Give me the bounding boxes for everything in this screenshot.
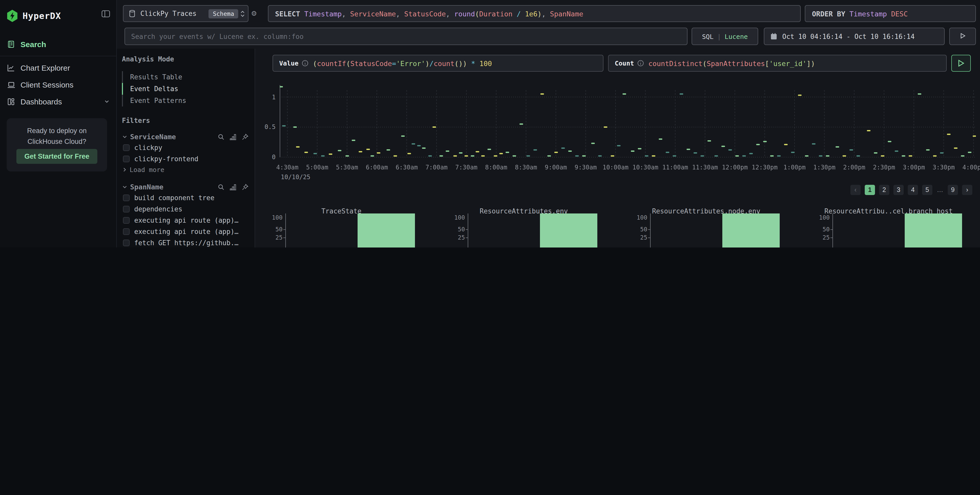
page-button-3[interactable]: 3 bbox=[893, 185, 904, 195]
page-button-1[interactable]: 1 bbox=[865, 185, 875, 195]
x-tick-label: 1:30pm bbox=[808, 164, 841, 171]
filter-group-header[interactable]: ServiceName bbox=[122, 132, 248, 142]
value-expression-input[interactable]: Value (countIf(StatusCode='Error')/count… bbox=[272, 55, 603, 72]
mode-event-patterns[interactable]: Event Patterns bbox=[122, 95, 248, 106]
y-tick-label: 0.5 bbox=[255, 124, 275, 131]
bar[interactable] bbox=[722, 213, 780, 248]
histogram-icon[interactable] bbox=[229, 133, 237, 140]
x-tick-label: 3:00pm bbox=[897, 164, 930, 171]
y-tick-label: 1 bbox=[255, 94, 275, 101]
sidebar-item-chart-explorer[interactable]: Chart Explorer bbox=[0, 59, 117, 76]
filter-group-header[interactable]: SpanName bbox=[122, 182, 248, 192]
checkbox[interactable] bbox=[123, 239, 130, 246]
sidebar-item-label: Client Sessions bbox=[21, 80, 73, 89]
analysis-mode-list: Results TableEvent DeltasEvent Patterns bbox=[122, 71, 248, 106]
bar[interactable] bbox=[357, 213, 415, 248]
filter-group-servicename: ServiceNameclickpyclickpy-frontendLoad m… bbox=[122, 132, 248, 175]
language-toggle[interactable]: SQL | Lucene bbox=[692, 28, 758, 45]
filter-group-name: ServiceName bbox=[130, 133, 176, 141]
filter-option[interactable]: executing api route (app)… bbox=[123, 226, 248, 237]
filter-option[interactable]: fetch GET https://github.… bbox=[123, 237, 248, 248]
page-button-4[interactable]: 4 bbox=[908, 185, 918, 195]
count-expression-input[interactable]: Count countDistinct(SpanAttributes['user… bbox=[608, 55, 947, 72]
event-deltas-chart bbox=[280, 82, 976, 158]
app-title: HyperDX bbox=[22, 11, 61, 21]
sidebar-item-dashboards[interactable]: Dashboards bbox=[0, 93, 117, 110]
chevron-down-icon bbox=[122, 134, 130, 140]
histogram-icon[interactable] bbox=[229, 184, 237, 190]
page-button-9[interactable]: 9 bbox=[948, 185, 958, 195]
y-tick-label: 50 bbox=[809, 226, 830, 232]
checkbox[interactable] bbox=[123, 217, 130, 224]
filter-option[interactable]: clickpy-frontend bbox=[123, 153, 248, 164]
checkbox[interactable] bbox=[123, 155, 130, 162]
checkbox[interactable] bbox=[123, 228, 130, 235]
checkbox[interactable] bbox=[123, 144, 130, 151]
select-query-input[interactable]: SELECT Timestamp, ServiceName, StatusCod… bbox=[268, 5, 801, 22]
filter-option-label: fetch GET https://github.… bbox=[134, 239, 239, 246]
filter-group-tools bbox=[218, 133, 248, 140]
calendar-icon bbox=[770, 33, 777, 40]
x-axis-date: 10/10/25 bbox=[281, 173, 310, 181]
laptop-icon bbox=[7, 81, 21, 88]
load-more-button[interactable]: Load more bbox=[122, 164, 248, 175]
attribute-chart: ResourceAttributes.node.env02550100produ… bbox=[629, 207, 793, 248]
value-label: Value bbox=[279, 59, 298, 67]
x-tick-label: 6:30am bbox=[390, 164, 423, 171]
pin-icon[interactable] bbox=[242, 133, 248, 140]
checkbox[interactable] bbox=[123, 194, 130, 201]
bar[interactable] bbox=[904, 213, 962, 248]
x-tick-label: 1:00pm bbox=[778, 164, 811, 171]
search-input[interactable] bbox=[125, 32, 687, 41]
y-tick-label: 25 bbox=[627, 235, 647, 241]
mode-results-table[interactable]: Results Table bbox=[122, 71, 248, 83]
filters-heading: Filters bbox=[122, 117, 248, 124]
bar[interactable] bbox=[540, 213, 597, 248]
x-tick-label: 12:00pm bbox=[719, 164, 751, 171]
checkbox[interactable] bbox=[123, 206, 130, 212]
date-range-picker[interactable]: Oct 10 04:16:14 - Oct 10 16:16:14 bbox=[764, 28, 945, 45]
run-analysis-button[interactable] bbox=[951, 55, 971, 72]
filter-group-tools bbox=[218, 184, 248, 190]
search-icon[interactable] bbox=[218, 133, 224, 140]
collapse-sidebar-icon[interactable] bbox=[102, 10, 110, 17]
page-button-2[interactable]: 2 bbox=[879, 185, 889, 195]
select-arrows-icon bbox=[240, 10, 245, 17]
attribute-chart-plot: 02550100 bbox=[832, 213, 975, 248]
filter-option-label: executing api route (app)… bbox=[134, 227, 239, 235]
sidebar-item-search[interactable]: Search bbox=[0, 36, 117, 53]
filter-option[interactable]: build component tree bbox=[123, 192, 248, 203]
y-tick-label: 100 bbox=[262, 214, 283, 221]
mode-event-deltas[interactable]: Event Deltas bbox=[122, 83, 248, 95]
lucene-toggle[interactable]: Lucene bbox=[725, 32, 748, 40]
filter-group-spanname: SpanNamebuild component treedependencies… bbox=[122, 182, 248, 248]
filter-option[interactable]: executing api route (app)… bbox=[123, 214, 248, 226]
x-tick-label: 7:30am bbox=[450, 164, 483, 171]
sidebar-item-client-sessions[interactable]: Client Sessions bbox=[0, 76, 117, 93]
search-box bbox=[124, 28, 687, 45]
page-button-5[interactable]: 5 bbox=[922, 185, 932, 195]
y-tick-label: 100 bbox=[809, 214, 830, 221]
sidebar-nav: SearchChart ExplorerClient SessionsDashb… bbox=[0, 36, 117, 110]
filter-option[interactable]: dependencies bbox=[123, 203, 248, 214]
y-tick-label: 0 bbox=[255, 154, 275, 161]
get-started-button[interactable]: Get Started for Free bbox=[16, 149, 97, 164]
next-page-button[interactable]: › bbox=[962, 185, 972, 195]
toggle-divider: | bbox=[717, 32, 721, 40]
prev-page-button[interactable]: ‹ bbox=[850, 185, 861, 195]
y-tick-mark bbox=[648, 238, 650, 238]
x-tick-label: 8:30am bbox=[510, 164, 542, 171]
sql-toggle[interactable]: SQL bbox=[702, 32, 714, 40]
promo-text: Ready to deploy on ClickHouse Cloud? bbox=[7, 125, 107, 147]
order-by-input[interactable]: ORDER BY Timestamp DESC bbox=[805, 5, 976, 22]
gear-icon[interactable]: ⚙ bbox=[251, 9, 256, 18]
y-tick-mark bbox=[283, 229, 286, 230]
pin-icon[interactable] bbox=[242, 184, 248, 190]
search-icon[interactable] bbox=[218, 184, 224, 190]
source-selector[interactable]: ClickPy Traces Schema bbox=[123, 5, 248, 22]
grid-icon bbox=[7, 98, 21, 105]
run-query-button[interactable] bbox=[949, 28, 976, 45]
promo-line2: ClickHouse Cloud? bbox=[27, 138, 86, 145]
filter-option[interactable]: clickpy bbox=[123, 142, 248, 153]
y-tick-mark bbox=[465, 229, 468, 230]
